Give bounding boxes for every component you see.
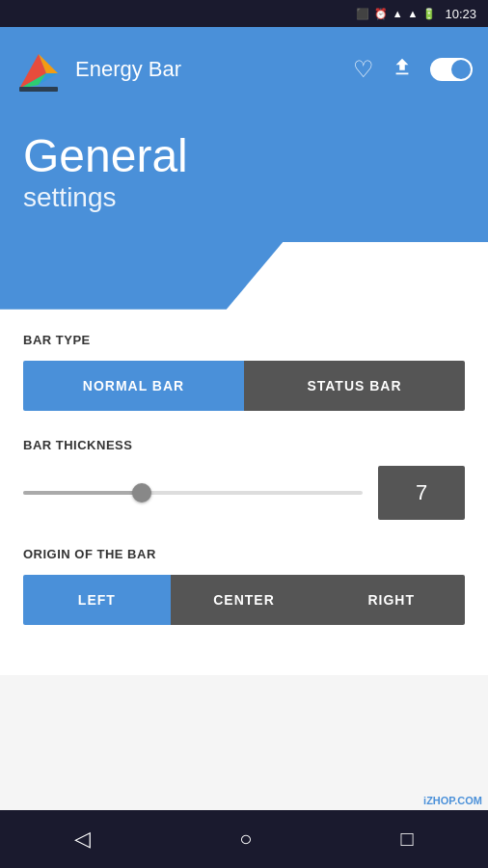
recents-nav-icon[interactable]: □ <box>401 827 414 852</box>
hero-subtitle: settings <box>23 182 465 213</box>
origin-bar-label: ORIGIN OF THE BAR <box>23 547 465 561</box>
slider-value: 7 <box>416 480 427 505</box>
bar-thickness-section: BAR THICKNESS 7 <box>23 438 465 520</box>
status-bar: ⬛ ⏰ ▲ ▲ 🔋 10:23 <box>0 0 488 27</box>
status-time: 10:23 <box>445 7 476 21</box>
back-nav-icon[interactable]: ◁ <box>74 827 91 852</box>
hero-title: General <box>23 131 465 182</box>
slider-track[interactable] <box>23 491 363 495</box>
download-icon[interactable] <box>392 57 413 83</box>
app-toggle[interactable] <box>430 58 473 81</box>
origin-bar-section: ORIGIN OF THE BAR LEFT CENTER RIGHT <box>23 547 465 625</box>
slider-thumb[interactable] <box>132 483 151 502</box>
watermark: iZHOP.COM <box>418 793 488 808</box>
app-logo <box>15 46 62 93</box>
center-button[interactable]: CENTER <box>171 575 318 625</box>
bar-type-section: BAR TYPE NORMAL BAR STATUS BAR <box>23 333 465 411</box>
svg-rect-4 <box>19 87 58 92</box>
bar-type-button-group: NORMAL BAR STATUS BAR <box>23 361 465 411</box>
app-title: Energy Bar <box>75 57 353 82</box>
slider-container <box>23 491 363 495</box>
right-button[interactable]: RIGHT <box>317 575 465 625</box>
vibrate-icon: ⬛ <box>356 8 369 20</box>
bar-type-label: BAR TYPE <box>23 333 465 347</box>
hero-section: General settings <box>0 112 488 310</box>
left-button[interactable]: LEFT <box>23 575 171 625</box>
origin-button-group: LEFT CENTER RIGHT <box>23 575 465 625</box>
status-icons: ⬛ ⏰ ▲ ▲ 🔋 10:23 <box>356 7 476 21</box>
bar-thickness-label: BAR THICKNESS <box>23 438 465 452</box>
hero-bottom-shape <box>0 242 488 310</box>
network-icon: ▲ <box>408 8 419 19</box>
normal-bar-button[interactable]: NORMAL BAR <box>23 361 244 411</box>
favorite-icon[interactable]: ♡ <box>353 56 374 83</box>
app-bar: Energy Bar ♡ <box>0 27 488 112</box>
slider-value-box: 7 <box>378 466 465 520</box>
slider-fill <box>23 491 142 495</box>
content-area: BAR TYPE NORMAL BAR STATUS BAR BAR THICK… <box>0 310 488 675</box>
status-bar-button[interactable]: STATUS BAR <box>244 361 465 411</box>
nav-bar: ◁ ○ □ <box>0 810 488 868</box>
toggle-knob <box>451 60 471 79</box>
battery-icon: 🔋 <box>422 8 436 20</box>
app-bar-actions: ♡ <box>353 56 473 83</box>
home-nav-icon[interactable]: ○ <box>239 827 252 852</box>
slider-row: 7 <box>23 466 465 520</box>
alarm-icon: ⏰ <box>374 8 388 20</box>
signal-icon: ▲ <box>393 8 403 19</box>
